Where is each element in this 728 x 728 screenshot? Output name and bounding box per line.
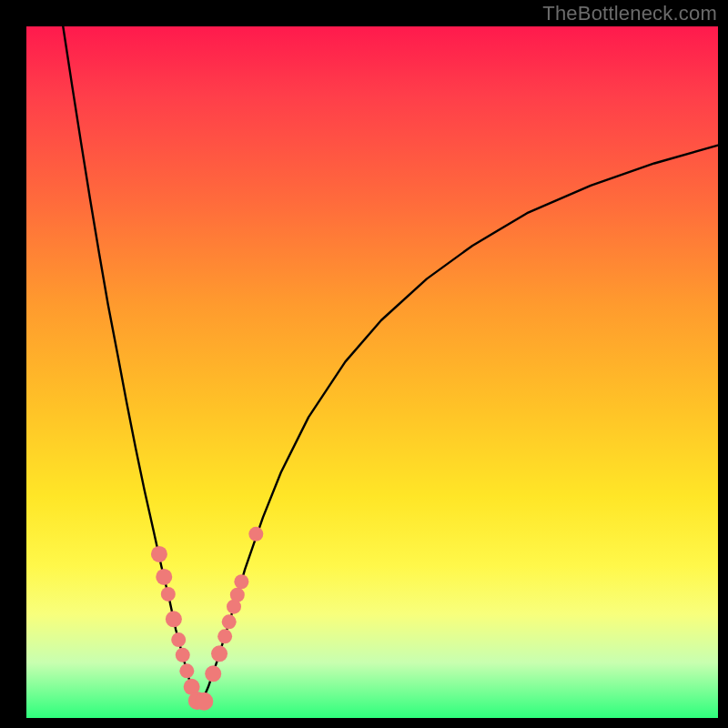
watermark-text: TheBottleneck.com — [542, 2, 717, 25]
chart-svg — [26, 26, 718, 718]
sample-point — [161, 587, 176, 602]
chart-frame: TheBottleneck.com — [0, 0, 728, 728]
sample-point — [230, 588, 245, 602]
sample-point — [171, 632, 186, 647]
sample-point — [222, 614, 237, 629]
sample-point — [179, 663, 194, 678]
sample-point — [166, 611, 182, 627]
sample-point — [211, 645, 228, 662]
sample-point — [248, 527, 263, 541]
curve-left-branch — [63, 26, 199, 708]
sample-point — [234, 574, 248, 589]
sample-point — [205, 665, 221, 682]
sample-point — [176, 648, 190, 662]
sample-point — [217, 629, 232, 643]
sample-point — [151, 546, 167, 562]
sample-points — [151, 527, 263, 711]
plot-area — [26, 26, 718, 718]
sample-point — [156, 569, 172, 585]
curve-right-branch — [199, 146, 718, 708]
sample-point — [195, 693, 213, 711]
